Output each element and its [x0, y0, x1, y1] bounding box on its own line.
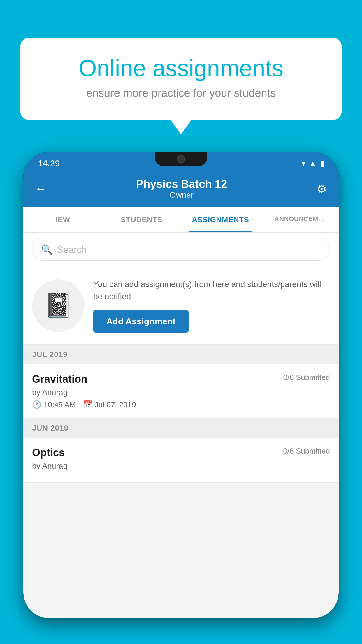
time-value: 10:45 AM — [44, 400, 76, 409]
wifi-icon: ▾ — [302, 159, 305, 168]
status-time: 14:29 — [38, 158, 60, 168]
speech-bubble-container: Online assignments ensure more practice … — [20, 38, 342, 120]
add-assignment-button[interactable]: Add Assignment — [93, 310, 189, 333]
assignment-top-row: Gravitation 0/6 Submitted — [32, 373, 330, 385]
tab-assignments[interactable]: ASSIGNMENTS — [181, 207, 260, 232]
battery-icon: ▮ — [320, 159, 324, 168]
assignment-item-optics[interactable]: Optics 0/6 Submitted by Anurag — [23, 438, 339, 483]
assignment-by-gravitation: by Anurag — [32, 388, 330, 397]
tab-iew[interactable]: IEW — [23, 207, 102, 232]
phone-wrapper: 14:29 ▾ ▲ ▮ ← Physics Batch 12 Owner ⚙ I… — [23, 152, 339, 644]
screen-content: 🔍 Search 📓 You can add assignment(s) fro… — [23, 233, 339, 618]
section-header-jun: JUN 2019 — [23, 418, 339, 438]
add-assignment-content: You can add assignment(s) from here and … — [93, 278, 330, 333]
section-header-jul: JUL 2019 — [23, 345, 339, 364]
notebook-icon: 📓 — [44, 292, 73, 319]
speech-bubble: Online assignments ensure more practice … — [20, 38, 342, 120]
tab-bar: IEW STUDENTS ASSIGNMENTS ANNOUNCEM... — [23, 207, 339, 233]
phone-notch — [155, 152, 207, 166]
assignment-meta-gravitation: 🕐 10:45 AM 📅 Jul 07, 2019 — [32, 400, 330, 409]
calendar-icon: 📅 — [83, 400, 92, 409]
front-camera — [177, 155, 185, 163]
assignment-submitted-gravitation: 0/6 Submitted — [283, 373, 330, 382]
tab-students[interactable]: STUDENTS — [102, 207, 181, 232]
phone-screen: 14:29 ▾ ▲ ▮ ← Physics Batch 12 Owner ⚙ I… — [23, 152, 339, 618]
assignment-top-row-optics: Optics 0/6 Submitted — [32, 447, 330, 459]
app-header: ← Physics Batch 12 Owner ⚙ — [23, 172, 339, 207]
search-container: 🔍 Search — [23, 233, 339, 267]
assignment-name-gravitation: Gravitation — [32, 373, 87, 385]
search-icon: 🔍 — [41, 244, 53, 255]
clock-icon: 🕐 — [32, 400, 41, 409]
assignment-item-gravitation[interactable]: Gravitation 0/6 Submitted by Anurag 🕐 10… — [23, 364, 339, 418]
assignment-submitted-optics: 0/6 Submitted — [283, 447, 330, 456]
phone-frame: 14:29 ▾ ▲ ▮ ← Physics Batch 12 Owner ⚙ I… — [23, 152, 339, 618]
header-title: Physics Batch 12 — [136, 178, 227, 190]
header-subtitle: Owner — [136, 190, 227, 200]
header-center: Physics Batch 12 Owner — [136, 178, 227, 200]
settings-icon[interactable]: ⚙ — [317, 182, 327, 196]
add-assignment-card: 📓 You can add assignment(s) from here an… — [23, 267, 339, 345]
status-icons: ▾ ▲ ▮ — [302, 159, 324, 168]
signal-icon: ▲ — [309, 159, 317, 168]
add-assignment-description: You can add assignment(s) from here and … — [93, 278, 330, 303]
assignment-name-optics: Optics — [32, 447, 65, 459]
search-placeholder: Search — [57, 244, 87, 255]
bubble-subtitle: ensure more practice for your students — [41, 87, 321, 99]
assignment-by-optics: by Anurag — [32, 462, 330, 471]
section-label-jul: JUL 2019 — [32, 350, 68, 359]
back-button[interactable]: ← — [35, 182, 47, 195]
assignment-icon-circle: 📓 — [32, 279, 85, 332]
assignment-date-gravitation: 📅 Jul 07, 2019 — [83, 400, 136, 409]
tab-announcements[interactable]: ANNOUNCEM... — [260, 207, 339, 232]
bubble-title: Online assignments — [41, 55, 321, 81]
search-bar[interactable]: 🔍 Search — [32, 239, 330, 261]
section-label-jun: JUN 2019 — [32, 424, 68, 432]
date-value: Jul 07, 2019 — [95, 400, 136, 409]
assignment-time-gravitation: 🕐 10:45 AM — [32, 400, 76, 409]
